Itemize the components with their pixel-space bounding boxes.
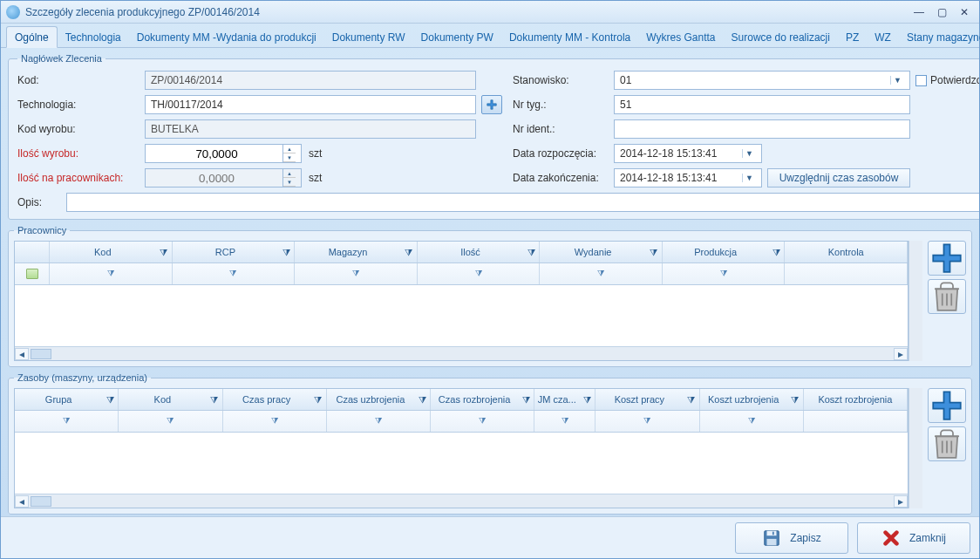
filter-edit-icon[interactable] bbox=[15, 263, 50, 284]
filter-czasuzbrojenia[interactable]: ⧩ bbox=[327, 411, 431, 432]
tab-wykres-gantta[interactable]: Wykres Gantta bbox=[638, 27, 723, 47]
input-nrident[interactable] bbox=[614, 119, 910, 139]
filter-kod2[interactable]: ⧩ bbox=[119, 411, 222, 432]
col-selector[interactable] bbox=[15, 242, 50, 262]
zasoby-vscroll[interactable] bbox=[909, 388, 922, 508]
col-kontrola[interactable]: Kontrola bbox=[785, 242, 908, 262]
funnel-icon[interactable]: ⧩ bbox=[102, 394, 118, 406]
col-ilosc[interactable]: Ilość⧩ bbox=[418, 242, 541, 262]
label-szt1: szt bbox=[309, 147, 322, 160]
zasoby-hscroll[interactable]: ◂ ▸ bbox=[15, 494, 908, 508]
scroll-thumb[interactable] bbox=[31, 496, 51, 507]
minimize-button[interactable]: — bbox=[909, 5, 929, 19]
col-czasuzbrojenia[interactable]: Czas uzbrojenia⧩ bbox=[327, 389, 431, 410]
col-kod2[interactable]: Kod⧩ bbox=[119, 389, 222, 410]
zapisz-button[interactable]: Zapisz bbox=[735, 522, 848, 554]
col-jmczas[interactable]: JM cza...⧩ bbox=[534, 389, 595, 410]
tab-technologia[interactable]: Technologia bbox=[58, 27, 129, 47]
save-icon bbox=[762, 528, 781, 548]
filter-grupa[interactable]: ⧩ bbox=[15, 411, 119, 432]
col-kosztpracy[interactable]: Koszt pracy⧩ bbox=[595, 389, 699, 410]
col-czasrozbrojenia[interactable]: Czas rozbrojenia⧩ bbox=[431, 389, 534, 410]
pracownicy-vscroll[interactable] bbox=[909, 241, 922, 361]
close-icon bbox=[881, 528, 901, 548]
filter-kontrola[interactable] bbox=[785, 263, 908, 284]
add-technologia-button[interactable] bbox=[481, 95, 502, 114]
spin-down-icon[interactable]: ▼ bbox=[283, 153, 296, 162]
pracownicy-add-button[interactable] bbox=[928, 241, 966, 276]
date-zakonczenia-value: 2014-12-18 15:13:41 bbox=[620, 172, 742, 184]
close-button[interactable]: ✕ bbox=[955, 5, 974, 19]
tab-pz[interactable]: PZ bbox=[838, 27, 867, 47]
spinner-iloscwyrobu-value[interactable] bbox=[151, 145, 282, 162]
tab-dokumenty-mm-wydania[interactable]: Dokumenty MM -Wydania do produkcji bbox=[129, 27, 324, 47]
header-panel-legend: Nagłówek Zlecenia bbox=[17, 53, 105, 64]
funnel-icon[interactable]: ⧩ bbox=[523, 247, 539, 258]
col-wydanie[interactable]: Wydanie⧩ bbox=[540, 242, 663, 262]
input-technologia[interactable] bbox=[145, 95, 476, 114]
scroll-right-icon[interactable]: ▸ bbox=[894, 495, 908, 508]
uwzglednij-button[interactable]: Uwzględnij czas zasobów bbox=[767, 168, 910, 187]
maximize-button[interactable]: ▢ bbox=[932, 5, 951, 19]
funnel-icon[interactable]: ⧩ bbox=[401, 247, 417, 258]
filter-wydanie[interactable]: ⧩ bbox=[540, 263, 663, 284]
combo-stanowisko[interactable]: 01 ▼ bbox=[614, 71, 910, 90]
pracownicy-hscroll[interactable]: ◂ ▸ bbox=[15, 346, 908, 360]
tab-dokumenty-pw[interactable]: Dokumenty PW bbox=[413, 27, 501, 47]
spinner-iloscwyrobu[interactable]: ▲▼ bbox=[145, 144, 302, 163]
funnel-icon[interactable]: ⧩ bbox=[684, 394, 699, 406]
col-rcp[interactable]: RCP⧩ bbox=[173, 242, 296, 262]
col-kod[interactable]: Kod⧩ bbox=[50, 242, 173, 262]
col-produkcja[interactable]: Produkcja⧩ bbox=[663, 242, 786, 262]
funnel-icon[interactable]: ⧩ bbox=[768, 247, 784, 258]
input-opis[interactable] bbox=[66, 193, 979, 212]
scroll-right-icon[interactable]: ▸ bbox=[894, 348, 908, 360]
filter-jmczas[interactable]: ⧩ bbox=[534, 411, 595, 432]
funnel-icon[interactable]: ⧩ bbox=[579, 394, 595, 406]
funnel-icon[interactable]: ⧩ bbox=[646, 247, 662, 258]
filter-czaspracy[interactable]: ⧩ bbox=[223, 411, 327, 432]
scroll-thumb[interactable] bbox=[31, 349, 51, 359]
tab-stany-magazynowe[interactable]: Stany magazynowe bbox=[899, 27, 980, 47]
funnel-icon[interactable]: ⧩ bbox=[310, 394, 326, 406]
col-czaspracy[interactable]: Czas pracy⧩ bbox=[223, 389, 327, 410]
pracownicy-panel: Pracownicy Kod⧩ RCP⧩ Magazyn⧩ Ilość⧩ Wyd… bbox=[8, 225, 972, 367]
date-zakonczenia[interactable]: 2014-12-18 15:13:41 ▼ bbox=[614, 168, 762, 187]
tab-dokumenty-mm-kontrola[interactable]: Dokumenty MM - Kontrola bbox=[501, 27, 638, 47]
filter-rcp[interactable]: ⧩ bbox=[173, 263, 296, 284]
funnel-icon[interactable]: ⧩ bbox=[787, 394, 803, 406]
scroll-left-icon[interactable]: ◂ bbox=[15, 495, 29, 508]
pracownicy-delete-button[interactable] bbox=[928, 279, 966, 314]
pracownicy-grid: Kod⧩ RCP⧩ Magazyn⧩ Ilość⧩ Wydanie⧩ Produ… bbox=[14, 241, 909, 361]
filter-produkcja[interactable]: ⧩ bbox=[663, 263, 786, 284]
tab-dokumenty-rw[interactable]: Dokumenty RW bbox=[324, 27, 413, 47]
filter-czasrozbrojenia[interactable]: ⧩ bbox=[431, 411, 534, 432]
col-grupa[interactable]: Grupa⧩ bbox=[15, 389, 119, 410]
tab-ogolne[interactable]: Ogólne bbox=[6, 26, 58, 48]
filter-ilosc[interactable]: ⧩ bbox=[418, 263, 541, 284]
zamknij-button[interactable]: Zamknij bbox=[857, 522, 970, 554]
funnel-icon[interactable]: ⧩ bbox=[518, 394, 534, 406]
tab-wz[interactable]: WZ bbox=[867, 27, 899, 47]
filter-kosztrozbrojenia[interactable] bbox=[804, 411, 908, 432]
col-kosztuzbrojenia[interactable]: Koszt uzbrojenia⧩ bbox=[700, 389, 804, 410]
funnel-icon: ⧩ bbox=[107, 269, 114, 279]
spin-up-icon[interactable]: ▲ bbox=[283, 145, 296, 153]
funnel-icon[interactable]: ⧩ bbox=[278, 247, 294, 258]
col-kosztrozbrojenia[interactable]: Koszt rozbrojenia bbox=[804, 389, 908, 410]
funnel-icon[interactable]: ⧩ bbox=[414, 394, 430, 406]
funnel-icon[interactable]: ⧩ bbox=[207, 394, 222, 406]
scroll-left-icon[interactable]: ◂ bbox=[15, 348, 29, 360]
filter-kosztuzbrojenia[interactable]: ⧩ bbox=[700, 411, 804, 432]
zasoby-add-button[interactable] bbox=[928, 388, 966, 423]
tab-surowce[interactable]: Surowce do realizacji bbox=[724, 27, 838, 47]
filter-kod[interactable]: ⧩ bbox=[50, 263, 173, 284]
filter-kosztpracy[interactable]: ⧩ bbox=[595, 411, 699, 432]
checkbox-potwierdzone[interactable]: Potwierdzone bbox=[915, 74, 979, 86]
zasoby-delete-button[interactable] bbox=[928, 426, 966, 461]
funnel-icon[interactable]: ⧩ bbox=[156, 247, 172, 258]
col-magazyn[interactable]: Magazyn⧩ bbox=[295, 242, 418, 262]
filter-magazyn[interactable]: ⧩ bbox=[295, 263, 418, 284]
input-nrtyg[interactable] bbox=[614, 95, 910, 114]
date-rozpoczecia[interactable]: 2014-12-18 15:13:41 ▼ bbox=[614, 144, 762, 163]
